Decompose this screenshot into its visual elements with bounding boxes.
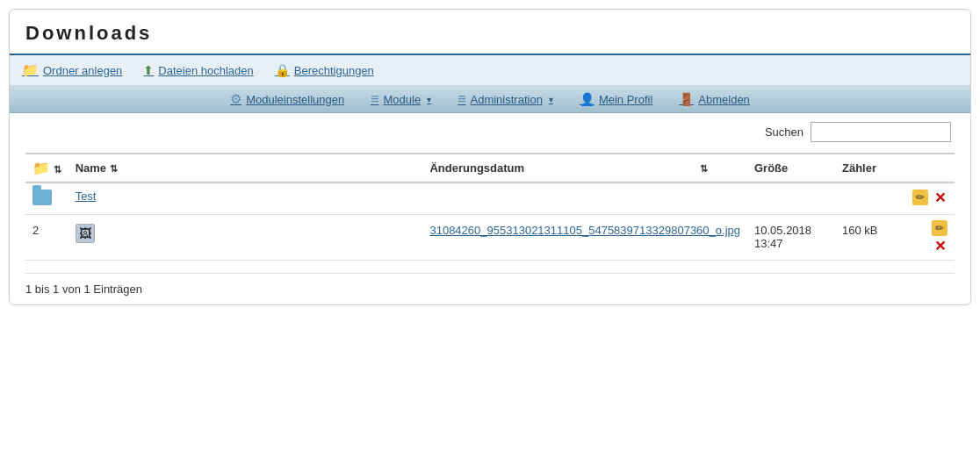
navbar: Moduleinstellungen Module ▾ Administrati… — [10, 86, 970, 113]
menu-icon — [371, 91, 378, 107]
admin-caret: ▾ — [549, 95, 553, 104]
col-sort-date[interactable]: ⇅ — [693, 154, 747, 182]
sort-icon-folder[interactable]: ⇅ — [54, 164, 61, 175]
lock-icon — [275, 63, 290, 77]
row1-counter — [835, 182, 905, 215]
sort-icon-date[interactable]: ⇅ — [700, 163, 708, 174]
page-title: Downloads — [25, 22, 152, 44]
upload-icon — [143, 63, 154, 77]
administration-nav[interactable]: Administration ▾ — [458, 91, 553, 107]
col-counter-header: Zähler — [835, 154, 905, 182]
create-folder-icon — [22, 62, 39, 78]
module-settings-nav[interactable]: Moduleinstellungen — [230, 91, 344, 107]
modules-nav[interactable]: Module ▾ — [371, 91, 431, 107]
table-row: Test ✏ ✕ — [25, 182, 955, 215]
image-thumbnail — [76, 224, 95, 243]
search-label: Suchen — [765, 125, 803, 139]
gear-icon — [230, 91, 241, 107]
folder-link[interactable]: Test — [76, 190, 97, 203]
table-row: 2 31084260_955313021311105_5475839713329… — [25, 215, 955, 261]
col-actions-header — [905, 154, 955, 182]
delete-folder-button[interactable]: ✕ — [932, 190, 948, 205]
row2-date: 10.05.201813:47 — [747, 215, 835, 261]
toolbar: Ordner anlegen Dateien hochladen Berecht… — [10, 55, 970, 86]
search-bar: Suchen — [25, 122, 955, 142]
upload-files-button[interactable]: Dateien hochladen — [143, 63, 253, 77]
col-number-header: 📁 ⇅ — [25, 154, 68, 182]
folder-header-icon: 📁 — [32, 161, 50, 175]
folder-icon — [32, 190, 52, 205]
modules-caret: ▾ — [427, 95, 431, 104]
permissions-button[interactable]: Berechtigungen — [275, 63, 374, 77]
row2-thumb — [68, 215, 423, 261]
row1-actions: ✏ ✕ — [905, 182, 955, 215]
row1-number — [25, 182, 68, 215]
row2-number: 2 — [25, 215, 68, 261]
edit-file-button[interactable]: ✏ — [932, 220, 948, 236]
edit-folder-button[interactable]: ✏ — [912, 190, 928, 205]
delete-file-button[interactable]: ✕ — [932, 238, 948, 254]
admin-menu-icon — [458, 91, 465, 107]
col-size-header: Größe — [747, 154, 835, 182]
file-link[interactable]: 31084260_955313021311105_547583971332980… — [429, 224, 740, 237]
col-date-header: Änderungsdatum — [422, 154, 692, 182]
user-icon — [580, 92, 594, 106]
search-input[interactable] — [811, 122, 951, 142]
logout-icon — [679, 92, 694, 106]
col-name-header: Name ⇅ — [68, 154, 423, 182]
sort-icon-name[interactable]: ⇅ — [110, 163, 118, 174]
row1-size — [747, 182, 835, 215]
row2-size: 160 kB — [835, 215, 905, 261]
summary: 1 bis 1 von 1 Einträgen — [25, 273, 955, 296]
row2-name: 31084260_955313021311105_547583971332980… — [422, 215, 747, 261]
my-profile-nav[interactable]: Mein Profil — [580, 92, 652, 106]
create-folder-button[interactable]: Ordner anlegen — [22, 62, 122, 78]
row2-actions: ✏ ✕ — [905, 215, 955, 261]
files-table: 📁 ⇅ Name ⇅ Änderungsdatum ⇅ Größe — [25, 153, 955, 261]
row1-name: Test — [68, 182, 747, 215]
logout-nav[interactable]: Abmelden — [679, 92, 750, 106]
